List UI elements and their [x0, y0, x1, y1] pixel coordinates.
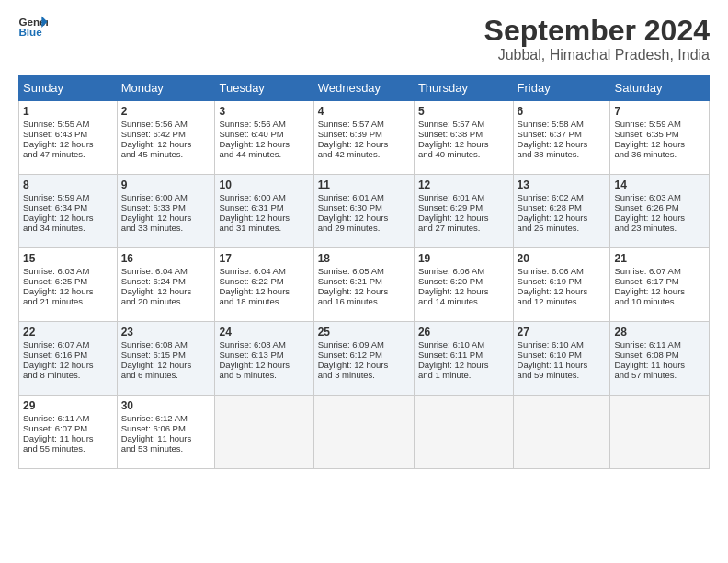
day-info: Sunrise: 6:08 AM	[219, 339, 309, 350]
table-row: 2Sunrise: 5:56 AMSunset: 6:42 PMDaylight…	[117, 101, 215, 175]
col-saturday: Saturday	[610, 75, 710, 101]
day-number: 10	[219, 178, 309, 191]
table-row	[215, 396, 313, 469]
day-info: Daylight: 11 hours	[23, 433, 113, 443]
table-row: 8Sunrise: 5:59 AMSunset: 6:34 PMDaylight…	[19, 175, 118, 248]
header: General Blue September 2024 Jubbal, Hima…	[18, 15, 710, 63]
day-info: Daylight: 12 hours	[121, 286, 211, 296]
day-number: 20	[518, 252, 607, 265]
table-row	[513, 396, 610, 469]
day-info: and 23 minutes.	[614, 223, 705, 233]
day-info: Sunrise: 6:11 AM	[614, 339, 705, 350]
day-info: and 12 minutes.	[518, 296, 607, 306]
day-info: Daylight: 11 hours	[614, 360, 705, 370]
day-info: Sunset: 6:28 PM	[518, 202, 607, 213]
day-info: Sunset: 6:35 PM	[614, 129, 705, 139]
table-row: 18Sunrise: 6:05 AMSunset: 6:21 PMDayligh…	[313, 248, 414, 322]
day-info: and 57 minutes.	[614, 370, 705, 380]
table-row	[610, 396, 710, 469]
day-number: 19	[418, 252, 509, 265]
day-info: and 53 minutes.	[121, 443, 211, 454]
day-number: 23	[121, 326, 211, 339]
calendar-week-1: 1Sunrise: 5:55 AMSunset: 6:43 PMDaylight…	[19, 101, 710, 175]
col-sunday: Sunday	[19, 75, 118, 101]
table-row: 24Sunrise: 6:08 AMSunset: 6:13 PMDayligh…	[215, 322, 313, 396]
calendar-week-3: 15Sunrise: 6:03 AMSunset: 6:25 PMDayligh…	[19, 248, 710, 322]
day-info: Daylight: 12 hours	[219, 139, 309, 149]
day-info: Sunrise: 6:03 AM	[23, 266, 113, 276]
day-info: Sunset: 6:11 PM	[418, 350, 509, 360]
day-number: 13	[518, 178, 607, 191]
day-info: Sunset: 6:06 PM	[121, 423, 211, 433]
table-row: 25Sunrise: 6:09 AMSunset: 6:12 PMDayligh…	[313, 322, 414, 396]
table-row	[313, 396, 414, 469]
day-info: Sunset: 6:08 PM	[614, 350, 705, 360]
day-info: Daylight: 12 hours	[318, 286, 410, 296]
day-info: Daylight: 12 hours	[614, 286, 705, 296]
day-info: and 34 minutes.	[23, 223, 113, 233]
day-info: and 6 minutes.	[121, 370, 211, 380]
day-info: and 14 minutes.	[418, 296, 509, 306]
table-row: 22Sunrise: 6:07 AMSunset: 6:16 PMDayligh…	[19, 322, 118, 396]
col-thursday: Thursday	[414, 75, 513, 101]
table-row: 23Sunrise: 6:08 AMSunset: 6:15 PMDayligh…	[117, 322, 215, 396]
day-info: Sunrise: 6:10 AM	[518, 339, 607, 350]
day-info: and 40 minutes.	[418, 149, 509, 159]
calendar-table: Sunday Monday Tuesday Wednesday Thursday…	[18, 75, 710, 469]
day-info: and 29 minutes.	[318, 223, 410, 233]
header-row: Sunday Monday Tuesday Wednesday Thursday…	[19, 75, 710, 101]
day-info: Sunset: 6:34 PM	[23, 202, 113, 213]
day-info: Sunrise: 6:04 AM	[219, 266, 309, 276]
day-info: Sunrise: 6:01 AM	[318, 192, 410, 202]
day-info: Sunrise: 6:06 AM	[518, 266, 607, 276]
day-info: Sunset: 6:39 PM	[318, 129, 410, 139]
day-info: Sunrise: 5:58 AM	[518, 119, 607, 129]
day-info: Sunrise: 6:03 AM	[614, 192, 705, 202]
day-info: and 47 minutes.	[23, 149, 113, 159]
col-tuesday: Tuesday	[215, 75, 313, 101]
day-info: Sunset: 6:13 PM	[219, 350, 309, 360]
day-info: Sunset: 6:15 PM	[121, 350, 211, 360]
day-number: 11	[318, 178, 410, 191]
day-number: 25	[318, 326, 410, 339]
day-info: Daylight: 12 hours	[614, 139, 705, 149]
day-number: 22	[23, 326, 113, 339]
table-row: 20Sunrise: 6:06 AMSunset: 6:19 PMDayligh…	[513, 248, 610, 322]
day-info: Daylight: 12 hours	[318, 360, 410, 370]
day-info: and 38 minutes.	[518, 149, 607, 159]
day-number: 5	[418, 105, 509, 118]
day-info: Sunset: 6:26 PM	[614, 202, 705, 213]
table-row: 13Sunrise: 6:02 AMSunset: 6:28 PMDayligh…	[513, 175, 610, 248]
day-info: Sunset: 6:37 PM	[518, 129, 607, 139]
day-info: Sunrise: 5:59 AM	[614, 119, 705, 129]
day-info: Sunset: 6:43 PM	[23, 129, 113, 139]
day-info: and 21 minutes.	[23, 296, 113, 306]
table-row: 3Sunrise: 5:56 AMSunset: 6:40 PMDaylight…	[215, 101, 313, 175]
table-row: 15Sunrise: 6:03 AMSunset: 6:25 PMDayligh…	[19, 248, 118, 322]
day-info: Sunset: 6:07 PM	[23, 423, 113, 433]
day-info: Daylight: 12 hours	[219, 213, 309, 223]
day-info: Daylight: 12 hours	[23, 213, 113, 223]
title-area: September 2024 Jubbal, Himachal Pradesh,…	[484, 15, 710, 63]
day-info: Sunrise: 6:11 AM	[23, 413, 113, 423]
col-monday: Monday	[117, 75, 215, 101]
logo: General Blue	[18, 15, 48, 40]
day-info: Sunrise: 5:57 AM	[418, 119, 509, 129]
day-info: and 31 minutes.	[219, 223, 309, 233]
day-info: Daylight: 12 hours	[23, 286, 113, 296]
day-info: Daylight: 12 hours	[219, 360, 309, 370]
day-number: 18	[318, 252, 410, 265]
table-row: 9Sunrise: 6:00 AMSunset: 6:33 PMDaylight…	[117, 175, 215, 248]
day-info: and 10 minutes.	[614, 296, 705, 306]
day-info: Daylight: 12 hours	[23, 139, 113, 149]
day-info: Sunrise: 6:09 AM	[318, 339, 410, 350]
day-number: 9	[121, 178, 211, 191]
day-info: and 44 minutes.	[219, 149, 309, 159]
main-container: General Blue September 2024 Jubbal, Hima…	[0, 0, 728, 478]
day-info: Sunset: 6:31 PM	[219, 202, 309, 213]
day-number: 8	[23, 178, 113, 191]
calendar-week-4: 22Sunrise: 6:07 AMSunset: 6:16 PMDayligh…	[19, 322, 710, 396]
table-row: 12Sunrise: 6:01 AMSunset: 6:29 PMDayligh…	[414, 175, 513, 248]
table-row: 30Sunrise: 6:12 AMSunset: 6:06 PMDayligh…	[117, 396, 215, 469]
table-row: 21Sunrise: 6:07 AMSunset: 6:17 PMDayligh…	[610, 248, 710, 322]
